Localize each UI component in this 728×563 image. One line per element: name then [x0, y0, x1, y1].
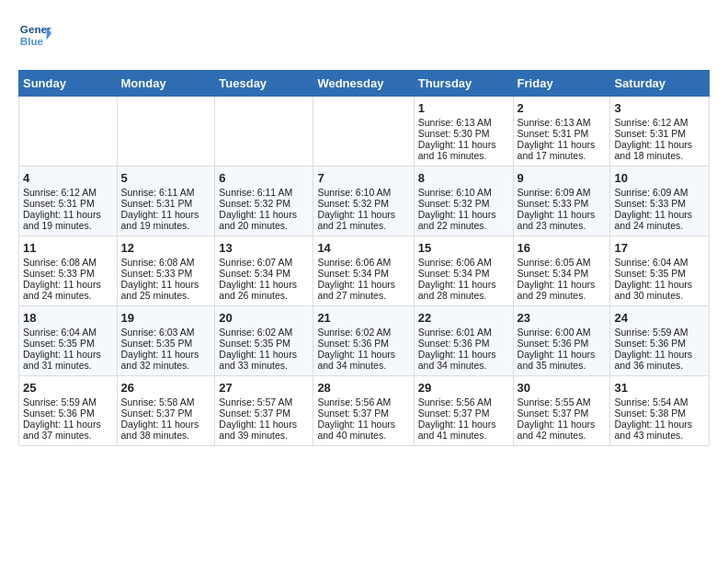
day-number: 26 — [121, 381, 211, 395]
sunset-text: Sunset: 5:36 PM — [317, 338, 389, 349]
calendar-cell: 9Sunrise: 6:09 AMSunset: 5:33 PMDaylight… — [513, 167, 610, 236]
sunrise-text: Sunrise: 5:57 AM — [219, 396, 292, 408]
daylight-text: Daylight: 11 hours and 28 minutes. — [418, 279, 496, 301]
sunrise-text: Sunrise: 6:05 AM — [518, 257, 591, 268]
sunrise-text: Sunrise: 6:12 AM — [614, 117, 688, 128]
daylight-text: Daylight: 11 hours and 41 minutes. — [418, 419, 496, 441]
sunset-text: Sunset: 5:32 PM — [219, 198, 290, 209]
day-number: 9 — [518, 171, 607, 185]
daylight-text: Daylight: 11 hours and 24 minutes. — [23, 279, 101, 301]
sunset-text: Sunset: 5:34 PM — [418, 268, 490, 279]
sunset-text: Sunset: 5:34 PM — [317, 268, 389, 279]
sunset-text: Sunset: 5:34 PM — [518, 268, 589, 279]
sunset-text: Sunset: 5:33 PM — [518, 198, 589, 209]
day-number: 11 — [23, 241, 113, 255]
sunset-text: Sunset: 5:33 PM — [614, 198, 686, 209]
day-number: 29 — [418, 381, 509, 395]
daylight-text: Daylight: 11 hours and 43 minutes. — [614, 419, 692, 441]
day-number: 27 — [219, 381, 309, 395]
day-number: 24 — [614, 311, 705, 325]
sunset-text: Sunset: 5:37 PM — [418, 408, 490, 419]
sunrise-text: Sunrise: 6:03 AM — [121, 327, 195, 338]
day-number: 6 — [219, 171, 309, 185]
calendar-cell: 4Sunrise: 6:12 AMSunset: 5:31 PMDaylight… — [19, 167, 118, 236]
sunrise-text: Sunrise: 6:02 AM — [219, 327, 292, 338]
sunrise-text: Sunrise: 6:08 AM — [23, 257, 97, 268]
day-number: 28 — [317, 381, 409, 395]
calendar-cell: 8Sunrise: 6:10 AMSunset: 5:32 PMDaylight… — [414, 167, 513, 236]
sunset-text: Sunset: 5:37 PM — [518, 408, 589, 419]
calendar-cell: 23Sunrise: 6:00 AMSunset: 5:36 PMDayligh… — [513, 306, 610, 376]
daylight-text: Daylight: 11 hours and 34 minutes. — [317, 349, 395, 371]
day-number: 16 — [518, 241, 607, 255]
sunset-text: Sunset: 5:35 PM — [23, 338, 95, 349]
top-bar: General Blue — [18, 18, 710, 61]
day-number: 7 — [317, 171, 409, 185]
day-number: 22 — [418, 311, 509, 325]
calendar-cell: 16Sunrise: 6:05 AMSunset: 5:34 PMDayligh… — [513, 236, 610, 306]
calendar-week-row: 4Sunrise: 6:12 AMSunset: 5:31 PMDaylight… — [19, 167, 710, 236]
day-number: 12 — [121, 241, 211, 255]
day-number: 23 — [518, 311, 607, 325]
day-number: 1 — [418, 101, 509, 115]
calendar-cell: 29Sunrise: 5:56 AMSunset: 5:37 PMDayligh… — [414, 376, 513, 446]
daylight-text: Daylight: 11 hours and 17 minutes. — [518, 139, 596, 161]
calendar-cell: 22Sunrise: 6:01 AMSunset: 5:36 PMDayligh… — [414, 306, 513, 376]
calendar-cell — [313, 97, 414, 167]
sunset-text: Sunset: 5:37 PM — [219, 408, 290, 419]
sunrise-text: Sunrise: 6:04 AM — [614, 257, 688, 268]
header-monday: Monday — [117, 71, 215, 97]
calendar-cell: 6Sunrise: 6:11 AMSunset: 5:32 PMDaylight… — [215, 167, 313, 236]
calendar-cell: 3Sunrise: 6:12 AMSunset: 5:31 PMDaylight… — [610, 97, 710, 167]
sunrise-text: Sunrise: 5:59 AM — [614, 327, 688, 338]
daylight-text: Daylight: 11 hours and 25 minutes. — [121, 279, 199, 301]
day-number: 2 — [518, 101, 607, 115]
header-saturday: Saturday — [610, 71, 710, 97]
day-number: 21 — [317, 311, 409, 325]
day-number: 4 — [23, 171, 113, 185]
sunset-text: Sunset: 5:32 PM — [317, 198, 389, 209]
daylight-text: Daylight: 11 hours and 40 minutes. — [317, 419, 395, 441]
sunset-text: Sunset: 5:34 PM — [219, 268, 290, 279]
sunrise-text: Sunrise: 6:13 AM — [518, 117, 591, 128]
day-number: 15 — [418, 241, 509, 255]
sunrise-text: Sunrise: 6:08 AM — [121, 257, 195, 268]
daylight-text: Daylight: 11 hours and 34 minutes. — [418, 349, 496, 371]
calendar-cell: 26Sunrise: 5:58 AMSunset: 5:37 PMDayligh… — [117, 376, 215, 446]
calendar-cell: 30Sunrise: 5:55 AMSunset: 5:37 PMDayligh… — [513, 376, 610, 446]
daylight-text: Daylight: 11 hours and 36 minutes. — [614, 349, 692, 371]
day-number: 14 — [317, 241, 409, 255]
calendar-cell: 21Sunrise: 6:02 AMSunset: 5:36 PMDayligh… — [313, 306, 414, 376]
sunset-text: Sunset: 5:36 PM — [518, 338, 589, 349]
svg-text:Blue: Blue — [20, 35, 44, 47]
calendar-cell: 24Sunrise: 5:59 AMSunset: 5:36 PMDayligh… — [610, 306, 710, 376]
sunrise-text: Sunrise: 6:09 AM — [614, 187, 688, 198]
daylight-text: Daylight: 11 hours and 31 minutes. — [23, 349, 101, 371]
day-number: 18 — [23, 311, 113, 325]
daylight-text: Daylight: 11 hours and 22 minutes. — [418, 209, 496, 231]
sunrise-text: Sunrise: 6:13 AM — [418, 117, 492, 128]
calendar-header-row: SundayMondayTuesdayWednesdayThursdayFrid… — [19, 71, 710, 97]
daylight-text: Daylight: 11 hours and 19 minutes. — [121, 209, 199, 231]
calendar-cell: 19Sunrise: 6:03 AMSunset: 5:35 PMDayligh… — [117, 306, 215, 376]
sunrise-text: Sunrise: 6:10 AM — [317, 187, 391, 198]
sunset-text: Sunset: 5:30 PM — [418, 128, 490, 139]
sunrise-text: Sunrise: 6:11 AM — [219, 187, 292, 198]
calendar-cell: 14Sunrise: 6:06 AMSunset: 5:34 PMDayligh… — [313, 236, 414, 306]
sunset-text: Sunset: 5:36 PM — [418, 338, 490, 349]
calendar-week-row: 11Sunrise: 6:08 AMSunset: 5:33 PMDayligh… — [19, 236, 710, 306]
calendar-cell: 11Sunrise: 6:08 AMSunset: 5:33 PMDayligh… — [19, 236, 118, 306]
daylight-text: Daylight: 11 hours and 23 minutes. — [518, 209, 596, 231]
daylight-text: Daylight: 11 hours and 21 minutes. — [317, 209, 395, 231]
calendar-cell: 2Sunrise: 6:13 AMSunset: 5:31 PMDaylight… — [513, 97, 610, 167]
sunset-text: Sunset: 5:35 PM — [614, 268, 686, 279]
sunset-text: Sunset: 5:37 PM — [317, 408, 389, 419]
daylight-text: Daylight: 11 hours and 19 minutes. — [23, 209, 101, 231]
daylight-text: Daylight: 11 hours and 42 minutes. — [518, 419, 596, 441]
day-number: 31 — [614, 381, 705, 395]
calendar-cell: 27Sunrise: 5:57 AMSunset: 5:37 PMDayligh… — [215, 376, 313, 446]
day-number: 30 — [518, 381, 607, 395]
sunrise-text: Sunrise: 5:55 AM — [518, 396, 591, 408]
sunrise-text: Sunrise: 6:12 AM — [23, 187, 97, 198]
calendar-cell: 28Sunrise: 5:56 AMSunset: 5:37 PMDayligh… — [313, 376, 414, 446]
